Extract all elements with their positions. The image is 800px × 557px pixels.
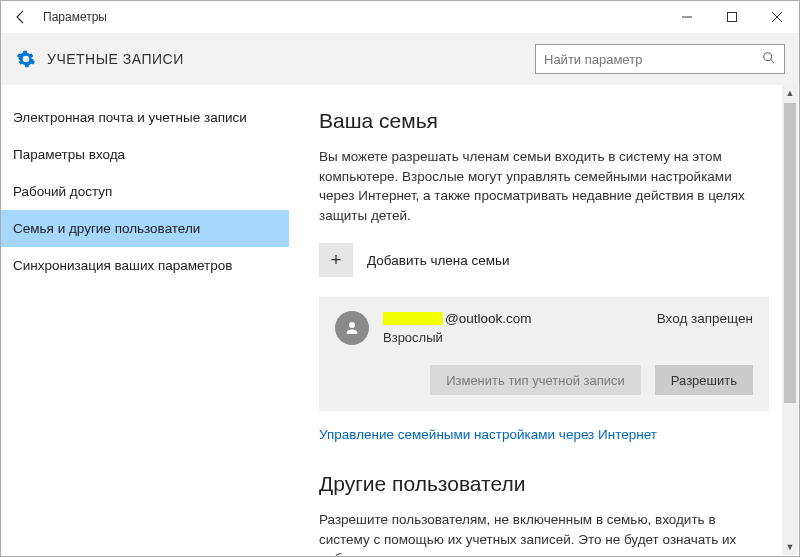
- sidebar-item-signin-options[interactable]: Параметры входа: [1, 136, 289, 173]
- page-header: УЧЕТНЫЕ ЗАПИСИ Найти параметр: [1, 33, 799, 85]
- manage-family-link[interactable]: Управление семейными настройками через И…: [319, 427, 657, 442]
- other-users-heading: Другие пользователи: [319, 472, 769, 496]
- sidebar-item-email-accounts[interactable]: Электронная почта и учетные записи: [1, 99, 289, 136]
- scroll-thumb[interactable]: [784, 103, 796, 403]
- settings-window: Параметры УЧЕТНЫЕ ЗАПИСИ Найти параметр …: [0, 0, 800, 557]
- plus-icon: +: [319, 243, 353, 277]
- svg-rect-1: [727, 13, 736, 22]
- search-icon: [762, 51, 776, 68]
- search-placeholder: Найти параметр: [544, 52, 762, 67]
- gear-icon: [15, 48, 37, 70]
- member-role: Взрослый: [383, 330, 643, 345]
- svg-line-5: [771, 59, 775, 63]
- scroll-down-icon[interactable]: ▼: [782, 539, 798, 555]
- sidebar-item-family-users[interactable]: Семья и другие пользователи: [1, 210, 289, 247]
- member-status: Вход запрещен: [657, 311, 753, 326]
- member-email: @outlook.com: [383, 311, 643, 326]
- sidebar-item-sync[interactable]: Синхронизация ваших параметров: [1, 247, 289, 284]
- other-users-description: Разрешите пользователям, не включенным в…: [319, 510, 769, 556]
- search-input[interactable]: Найти параметр: [535, 44, 785, 74]
- allow-button[interactable]: Разрешить: [655, 365, 753, 395]
- vertical-scrollbar[interactable]: ▲ ▼: [782, 85, 798, 555]
- maximize-button[interactable]: [709, 1, 754, 33]
- window-title: Параметры: [43, 10, 664, 24]
- close-button[interactable]: [754, 1, 799, 33]
- sidebar: Электронная почта и учетные записи Парам…: [1, 85, 289, 556]
- add-family-label: Добавить члена семьи: [367, 253, 510, 268]
- add-family-member-button[interactable]: + Добавить члена семьи: [319, 243, 769, 277]
- minimize-button[interactable]: [664, 1, 709, 33]
- window-controls: [664, 1, 799, 33]
- sidebar-item-work-access[interactable]: Рабочий доступ: [1, 173, 289, 210]
- svg-point-4: [764, 52, 772, 60]
- family-description: Вы можете разрешать членам семьи входить…: [319, 147, 769, 225]
- change-account-type-button[interactable]: Изменить тип учетной записи: [430, 365, 641, 395]
- family-member-card[interactable]: @outlook.com Взрослый Вход запрещен Изме…: [319, 297, 769, 411]
- back-button[interactable]: [7, 3, 35, 31]
- body: Электронная почта и учетные записи Парам…: [1, 85, 799, 556]
- avatar-icon: [335, 311, 369, 345]
- titlebar: Параметры: [1, 1, 799, 33]
- redacted-text: [383, 312, 443, 325]
- family-heading: Ваша семья: [319, 109, 769, 133]
- scroll-up-icon[interactable]: ▲: [782, 85, 798, 101]
- page-title: УЧЕТНЫЕ ЗАПИСИ: [47, 51, 525, 67]
- content: Ваша семья Вы можете разрешать членам се…: [289, 85, 799, 556]
